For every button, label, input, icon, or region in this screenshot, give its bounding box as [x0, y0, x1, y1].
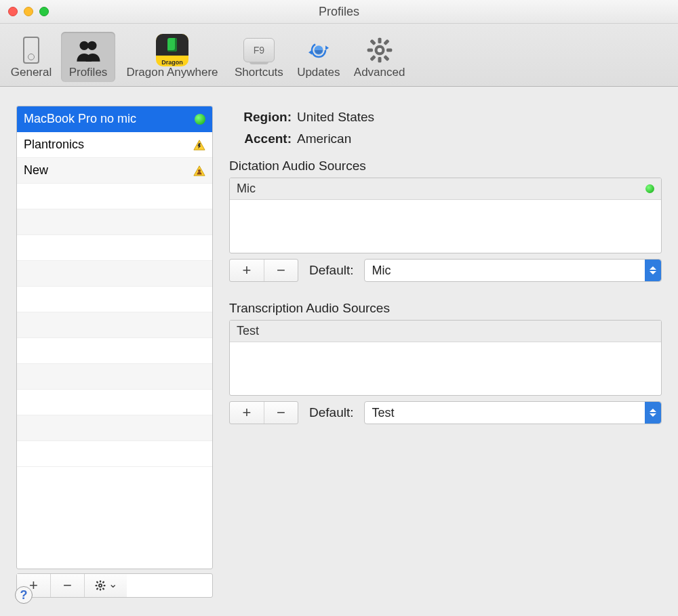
- tab-label: Updates: [297, 66, 340, 79]
- svg-rect-26: [102, 581, 105, 583]
- tab-general[interactable]: General: [4, 32, 58, 82]
- profile-row-empty: [17, 390, 212, 415]
- minus-icon: −: [63, 577, 72, 594]
- transcription-default-select[interactable]: Test: [364, 401, 662, 424]
- help-button[interactable]: ?: [15, 586, 33, 604]
- profile-list-panel: MacBook Pro no mic Plantronics New: [16, 106, 213, 598]
- svg-rect-12: [383, 39, 389, 45]
- accent-label: Accent:: [229, 131, 292, 146]
- profile-row[interactable]: MacBook Pro no mic: [17, 106, 212, 132]
- tab-updates[interactable]: Updates: [292, 32, 346, 82]
- remove-dictation-source-button[interactable]: −: [264, 260, 298, 281]
- accent-row: Accent: American: [229, 131, 662, 146]
- list-item[interactable]: Test: [230, 321, 661, 342]
- list-item[interactable]: Mic: [230, 178, 661, 200]
- region-label: Region:: [229, 110, 292, 125]
- select-stepper-icon: [645, 402, 661, 424]
- remove-profile-button[interactable]: −: [51, 574, 85, 597]
- plus-icon: +: [243, 404, 252, 422]
- svg-marker-4: [308, 50, 312, 55]
- warning-power-icon: [193, 139, 205, 151]
- profile-name: New: [24, 163, 193, 178]
- dictation-default-select[interactable]: Mic: [364, 259, 662, 282]
- profile-row[interactable]: Plantronics: [17, 132, 212, 158]
- source-name: Mic: [237, 182, 641, 196]
- svg-point-15: [377, 48, 382, 53]
- svg-rect-14: [383, 55, 389, 61]
- profile-list-toolbar: + − ⌄: [16, 573, 213, 598]
- help-icon: ?: [20, 588, 28, 602]
- content-area: MacBook Pro no mic Plantronics New: [0, 87, 678, 611]
- tab-advanced[interactable]: Advanced: [348, 32, 411, 82]
- profile-row[interactable]: New: [17, 158, 212, 184]
- close-window-button[interactable]: [8, 7, 18, 16]
- svg-marker-3: [325, 45, 329, 50]
- chevron-down-icon: ⌄: [108, 577, 117, 590]
- svg-point-1: [87, 41, 96, 50]
- minus-icon: −: [277, 262, 285, 279]
- device-icon: [9, 36, 53, 64]
- profile-row-empty: [17, 209, 212, 235]
- svg-rect-25: [96, 581, 99, 583]
- minimize-window-button[interactable]: [24, 7, 33, 16]
- status-active-icon: [195, 114, 205, 125]
- profile-name: MacBook Pro no mic: [24, 112, 191, 126]
- add-transcription-source-button[interactable]: +: [230, 402, 264, 424]
- tab-label: Shortcuts: [235, 66, 283, 79]
- transcription-section-title: Transcription Audio Sources: [229, 301, 662, 316]
- tab-profiles[interactable]: Profiles: [61, 32, 115, 82]
- tab-label: Profiles: [66, 66, 110, 79]
- profile-row-empty: [17, 364, 212, 390]
- add-dictation-source-button[interactable]: +: [230, 260, 264, 281]
- profile-row-empty: [17, 235, 212, 261]
- window-controls: [8, 7, 49, 16]
- profile-name: Plantronics: [24, 138, 193, 152]
- profile-row-empty: [17, 184, 212, 209]
- updates-globe-icon: [297, 36, 340, 64]
- transcription-default-label: Default:: [309, 405, 353, 420]
- warning-user-icon: [193, 165, 205, 177]
- window-title: Profiles: [319, 5, 359, 19]
- svg-rect-10: [386, 49, 392, 52]
- dragon-anywhere-icon: Dragon: [123, 36, 221, 64]
- remove-transcription-source-button[interactable]: −: [264, 402, 298, 424]
- preferences-toolbar: General Profiles Dragon Dragon Anywhere …: [0, 24, 678, 87]
- select-stepper-icon: [645, 260, 661, 281]
- tab-label: Advanced: [354, 66, 405, 79]
- svg-rect-27: [96, 588, 99, 590]
- svg-rect-8: [378, 57, 381, 62]
- dictation-add-remove: + −: [229, 259, 298, 282]
- tab-shortcuts[interactable]: F9 Shortcuts: [229, 32, 289, 82]
- gear-icon: [354, 36, 405, 64]
- select-value: Mic: [372, 264, 391, 278]
- select-value: Test: [372, 406, 394, 420]
- tab-label: Dragon Anywhere: [123, 66, 221, 79]
- profile-list[interactable]: MacBook Pro no mic Plantronics New: [16, 106, 213, 569]
- profile-row-empty: [17, 287, 212, 312]
- region-row: Region: United States: [229, 110, 662, 125]
- transcription-controls: + − Default: Test: [229, 401, 662, 424]
- gear-icon: [94, 579, 106, 592]
- svg-rect-9: [367, 49, 372, 52]
- transcription-sources-list[interactable]: Test: [229, 320, 662, 396]
- status-active-icon: [645, 184, 654, 193]
- svg-rect-22: [100, 589, 101, 591]
- svg-point-19: [198, 169, 201, 171]
- dictation-default-label: Default:: [309, 263, 353, 278]
- profile-actions-menu[interactable]: ⌄: [85, 574, 127, 597]
- svg-rect-23: [96, 585, 98, 586]
- profile-row-empty: [17, 441, 212, 467]
- svg-rect-11: [370, 39, 376, 45]
- zoom-window-button[interactable]: [39, 7, 49, 16]
- dictation-sources-list[interactable]: Mic: [229, 178, 662, 253]
- svg-point-29: [100, 585, 101, 586]
- source-name: Test: [237, 324, 654, 338]
- tab-dragon-anywhere[interactable]: Dragon Dragon Anywhere: [118, 32, 226, 82]
- accent-value: American: [297, 131, 351, 146]
- svg-rect-7: [378, 38, 381, 43]
- profile-row-empty: [17, 415, 212, 441]
- dictation-section-title: Dictation Audio Sources: [229, 159, 662, 173]
- tab-label: General: [9, 66, 53, 79]
- profile-row-empty: [17, 312, 212, 338]
- titlebar: Profiles: [0, 0, 678, 24]
